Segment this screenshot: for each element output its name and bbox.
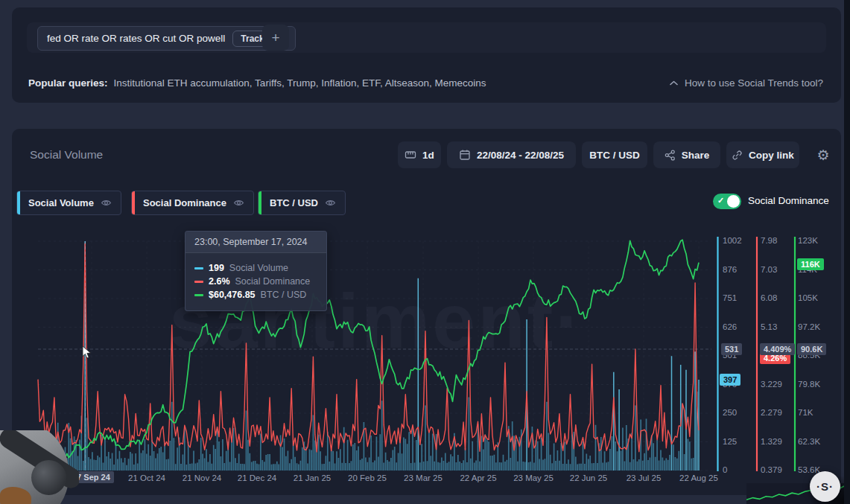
asset-button[interactable]: BTC / USD [582, 141, 647, 168]
chevron-up-icon [670, 80, 678, 86]
tooltip-time: 23:00, September 17, 2024 [185, 232, 326, 253]
toggle-knob [727, 195, 740, 208]
tooltip-row: $60,476.85 BTC / USD [194, 290, 317, 300]
chart-panel: Social Volume 1d 22/08/24 - 22/08/25 BTC… [12, 129, 841, 495]
query-text: fed OR rate OR rates OR cut OR powell [47, 33, 225, 44]
check-icon: ✓ [717, 196, 724, 205]
series-color-bar [17, 191, 20, 214]
tooltip-value: 199 [209, 263, 224, 273]
help-link[interactable]: How to use Social Trends tool? [670, 77, 823, 89]
crosshair-volume-badge: 531 [721, 343, 742, 355]
popular-queries-list[interactable]: Institutional ETH accumulation, Tariffs,… [114, 77, 486, 89]
crosshair-price-badge: 90.6K [797, 343, 826, 355]
share-label: Share [682, 150, 710, 161]
chart-tooltip: 23:00, September 17, 2024 199 Social Vol… [185, 231, 327, 311]
popular-queries-label: Popular queries: [28, 77, 108, 89]
date-range-label: 22/08/24 - 22/08/25 [477, 150, 564, 161]
interval-icon [405, 149, 416, 161]
series-dash-icon [194, 294, 203, 296]
legend-chip-btc-usd[interactable]: BTC / USD [258, 191, 346, 215]
santiment-logo[interactable]: ·S· [810, 471, 840, 502]
right-edge-strip [844, 0, 850, 504]
tooltip-value: $60,476.85 [209, 290, 256, 300]
asset-label: BTC / USD [589, 150, 640, 161]
social-dominance-toggle[interactable]: ✓ [713, 194, 741, 209]
interval-label: 1d [422, 150, 434, 161]
link-icon [732, 150, 743, 161]
query-input-bar[interactable]: fed OR rate OR rates OR cut OR powell Tr… [27, 22, 826, 53]
eye-icon[interactable] [233, 199, 244, 207]
copy-link-button[interactable]: Copy link [726, 141, 799, 168]
legend-label: Social Dominance [143, 197, 226, 208]
settings-gear-icon[interactable]: ⚙ [813, 145, 833, 165]
calendar-icon [459, 149, 471, 161]
tooltip-label: BTC / USD [261, 290, 307, 300]
legend-chip-social-volume[interactable]: Social Volume [16, 191, 121, 215]
tooltip-row: 199 Social Volume [194, 263, 317, 273]
series-dash-icon [194, 281, 203, 283]
toggle-label: Social Dominance [748, 195, 829, 206]
series-color-bar [259, 191, 261, 214]
legend-chip-social-dominance[interactable]: Social Dominance [131, 191, 254, 215]
share-icon [665, 150, 676, 161]
legend-label: Social Volume [28, 197, 94, 208]
add-query-button[interactable]: + [262, 25, 289, 51]
tooltip-row: 2.6% Social Dominance [194, 276, 317, 287]
last-price-badge: 116K [797, 258, 824, 270]
tooltip-label: Social Volume [229, 263, 288, 273]
help-link-label: How to use Social Trends tool? [685, 77, 823, 89]
tooltip-label: Social Dominance [235, 276, 311, 287]
query-panel: fed OR rate OR rates OR cut OR powell Tr… [12, 7, 841, 103]
query-chip[interactable]: fed OR rate OR rates OR cut OR powell Tr… [37, 26, 296, 51]
series-dash-icon [194, 267, 203, 269]
copy-link-label: Copy link [749, 150, 794, 161]
person-overlay-image [0, 430, 79, 504]
last-volume-badge: 397 [720, 374, 740, 386]
eye-icon[interactable] [101, 199, 112, 207]
crosshair-dominance-badge: 4.409% [760, 343, 795, 355]
date-range-button[interactable]: 22/08/24 - 22/08/25 [447, 141, 576, 168]
series-color-bar [132, 191, 135, 214]
eye-icon[interactable] [325, 199, 336, 207]
app-root: fed OR rate OR rates OR cut OR powell Tr… [0, 0, 850, 504]
chart-title: Social Volume [30, 148, 103, 162]
mouse-cursor [82, 345, 92, 363]
legend-label: BTC / USD [270, 197, 318, 208]
tooltip-value: 2.6% [209, 276, 230, 287]
share-button[interactable]: Share [653, 141, 720, 168]
interval-button[interactable]: 1d [398, 141, 441, 168]
